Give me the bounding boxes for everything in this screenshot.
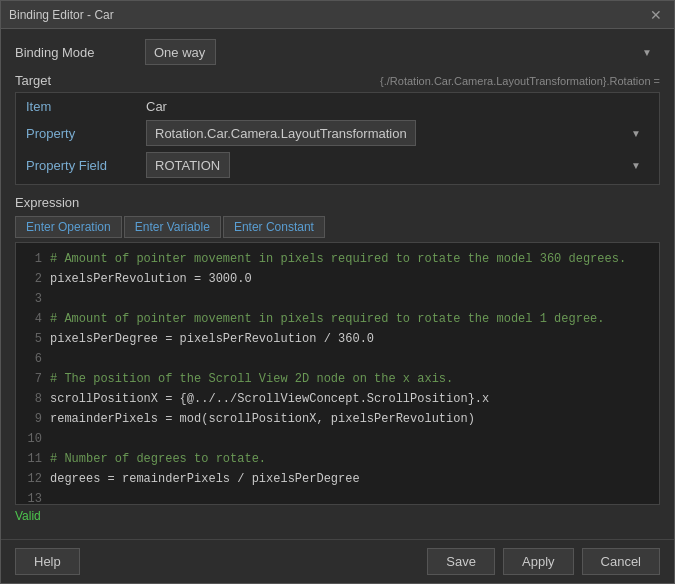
property-select-wrapper: Rotation.Car.Camera.LayoutTransformation bbox=[146, 120, 649, 146]
title-bar: Binding Editor - Car ✕ bbox=[1, 1, 674, 29]
line-content: remainderPixels = mod(scrollPositionX, p… bbox=[50, 410, 475, 428]
bottom-right: Save Apply Cancel bbox=[427, 548, 660, 575]
item-value: Car bbox=[146, 99, 167, 114]
binding-mode-row: Binding Mode One way Two way One time bbox=[15, 39, 660, 65]
code-line: 1# Amount of pointer movement in pixels … bbox=[16, 249, 659, 269]
expression-label: Expression bbox=[15, 195, 660, 210]
code-line: 13 bbox=[16, 489, 659, 505]
property-row: Property Rotation.Car.Camera.LayoutTrans… bbox=[26, 120, 649, 146]
code-line: 11# Number of degrees to rotate. bbox=[16, 449, 659, 469]
code-line: 4# Amount of pointer movement in pixels … bbox=[16, 309, 659, 329]
property-field-row: Property Field ROTATION bbox=[26, 152, 649, 178]
property-field-select[interactable]: ROTATION bbox=[146, 152, 230, 178]
line-number: 4 bbox=[24, 310, 42, 328]
property-field-select-wrapper: ROTATION bbox=[146, 152, 649, 178]
target-inner: Item Car Property Rotation.Car.Camera.La… bbox=[15, 92, 660, 185]
line-content: # Number of degrees to rotate. bbox=[50, 450, 266, 468]
line-content: degrees = remainderPixels / pixelsPerDeg… bbox=[50, 470, 360, 488]
help-button[interactable]: Help bbox=[15, 548, 80, 575]
code-line: 6 bbox=[16, 349, 659, 369]
code-line: 9remainderPixels = mod(scrollPositionX, … bbox=[16, 409, 659, 429]
enter-operation-button[interactable]: Enter Operation bbox=[15, 216, 122, 238]
property-label: Property bbox=[26, 126, 146, 141]
line-content: # Amount of pointer movement in pixels r… bbox=[50, 250, 626, 268]
binding-mode-label: Binding Mode bbox=[15, 45, 145, 60]
line-number: 6 bbox=[24, 350, 42, 368]
save-button[interactable]: Save bbox=[427, 548, 495, 575]
bottom-left: Help bbox=[15, 548, 80, 575]
line-number: 5 bbox=[24, 330, 42, 348]
enter-constant-button[interactable]: Enter Constant bbox=[223, 216, 325, 238]
code-line: 2pixelsPerRevolution = 3000.0 bbox=[16, 269, 659, 289]
code-line: 12degrees = remainderPixels / pixelsPerD… bbox=[16, 469, 659, 489]
bottom-bar: Help Save Apply Cancel bbox=[1, 539, 674, 583]
line-content: pixelsPerRevolution = 3000.0 bbox=[50, 270, 252, 288]
line-content: pixelsPerDegree = pixelsPerRevolution / … bbox=[50, 330, 374, 348]
line-content: # Amount of pointer movement in pixels r… bbox=[50, 310, 605, 328]
line-number: 13 bbox=[24, 490, 42, 505]
line-number: 8 bbox=[24, 390, 42, 408]
line-number: 12 bbox=[24, 470, 42, 488]
code-line: 7# The position of the Scroll View 2D no… bbox=[16, 369, 659, 389]
item-row: Item Car bbox=[26, 99, 649, 114]
code-editor[interactable]: 1# Amount of pointer movement in pixels … bbox=[15, 242, 660, 505]
line-number: 2 bbox=[24, 270, 42, 288]
code-line: 8scrollPositionX = {@../../ScrollViewCon… bbox=[16, 389, 659, 409]
line-content: scrollPositionX = {@../../ScrollViewConc… bbox=[50, 390, 489, 408]
valid-status: Valid bbox=[15, 509, 660, 525]
target-path-display: {./Rotation.Car.Camera.LayoutTransformat… bbox=[380, 75, 660, 87]
binding-editor-window: Binding Editor - Car ✕ Binding Mode One … bbox=[0, 0, 675, 584]
line-number: 9 bbox=[24, 410, 42, 428]
target-header: Target {./Rotation.Car.Camera.LayoutTran… bbox=[15, 73, 660, 88]
property-field-label: Property Field bbox=[26, 158, 146, 173]
line-number: 11 bbox=[24, 450, 42, 468]
target-section: Target {./Rotation.Car.Camera.LayoutTran… bbox=[15, 73, 660, 185]
line-number: 3 bbox=[24, 290, 42, 308]
line-content: # The position of the Scroll View 2D nod… bbox=[50, 370, 453, 388]
code-line: 5pixelsPerDegree = pixelsPerRevolution /… bbox=[16, 329, 659, 349]
expression-section: Expression Enter Operation Enter Variabl… bbox=[15, 195, 660, 529]
apply-button[interactable]: Apply bbox=[503, 548, 574, 575]
binding-mode-select[interactable]: One way Two way One time bbox=[145, 39, 216, 65]
line-number: 7 bbox=[24, 370, 42, 388]
expression-buttons: Enter Operation Enter Variable Enter Con… bbox=[15, 216, 660, 238]
code-line: 10 bbox=[16, 429, 659, 449]
window-title: Binding Editor - Car bbox=[9, 8, 114, 22]
item-label: Item bbox=[26, 99, 146, 114]
close-button[interactable]: ✕ bbox=[646, 6, 666, 24]
enter-variable-button[interactable]: Enter Variable bbox=[124, 216, 221, 238]
code-line: 3 bbox=[16, 289, 659, 309]
line-number: 1 bbox=[24, 250, 42, 268]
line-number: 10 bbox=[24, 430, 42, 448]
content-area: Binding Mode One way Two way One time Ta… bbox=[1, 29, 674, 539]
cancel-button[interactable]: Cancel bbox=[582, 548, 660, 575]
property-select[interactable]: Rotation.Car.Camera.LayoutTransformation bbox=[146, 120, 416, 146]
target-label: Target bbox=[15, 73, 51, 88]
binding-mode-select-wrapper: One way Two way One time bbox=[145, 39, 660, 65]
